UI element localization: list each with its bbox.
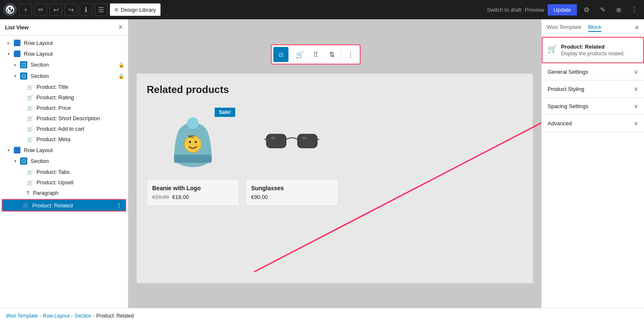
tools-button[interactable]: ✏ xyxy=(34,3,47,16)
tree-item-label: Paragraph xyxy=(33,190,125,196)
top-bar-right: Switch to draft Preview Update ⚙ ✎ ⊕ ⋮ xyxy=(487,3,641,16)
add-block-button[interactable]: ＋ xyxy=(19,3,32,16)
tree-item-label: Product: Short Description xyxy=(36,115,125,121)
advanced-label: Advanced xyxy=(548,120,572,127)
toolbar-divider-2 xyxy=(341,49,341,59)
drag-toolbar-button[interactable]: ⠿ xyxy=(308,47,323,62)
tree-item-label: Product: Tabs xyxy=(36,169,125,175)
svg-point-5 xyxy=(187,117,199,129)
more-toolbar-button[interactable]: ⋮ xyxy=(343,47,358,62)
tree-product-meta[interactable]: 🛒 Product: Meta xyxy=(0,134,128,145)
list-view-title: List View xyxy=(5,24,29,31)
arrows-toolbar-button[interactable]: ⇅ xyxy=(324,47,339,62)
woo-toolbar-button[interactable]: 🛒 xyxy=(292,47,307,62)
breadcrumb-woo[interactable]: Woo Template xyxy=(6,313,38,319)
preview-button[interactable]: Preview xyxy=(525,7,544,13)
product-image-wrap-sunglasses xyxy=(246,104,338,180)
price-old-beanie: €20.00 xyxy=(152,194,169,200)
section-icon: ⊡ xyxy=(20,61,27,68)
canvas: ⊡ 🛒 ⠿ ⇅ ⋮ Related products Sale! xyxy=(128,19,541,308)
woo-icon: 🛒 xyxy=(27,180,33,186)
left-panel: List View × 🟦 Row Layout 🟦 Row Layout ⊡ … xyxy=(0,19,128,308)
tree-item-label: Section xyxy=(31,73,117,79)
switch-draft-button[interactable]: Switch to draft xyxy=(487,7,521,13)
tree-section-1[interactable]: ⊡ Section 🔒 xyxy=(0,59,128,70)
tree-row-layout-3[interactable]: 🟦 Row Layout xyxy=(0,145,128,155)
tree-item-label: Row Layout xyxy=(24,147,125,153)
svg-point-14 xyxy=(271,137,275,140)
left-panel-close-button[interactable]: × xyxy=(118,23,123,31)
tree-product-title[interactable]: 🛒 Product: Title xyxy=(0,82,128,92)
spacing-settings-chevron: ∨ xyxy=(634,103,638,109)
tree-item-label: Product: Title xyxy=(36,84,125,90)
right-panel-header: Woo Template Block × xyxy=(542,19,644,37)
svg-rect-10 xyxy=(267,134,286,148)
tab-block[interactable]: Block xyxy=(588,24,602,32)
more-icon[interactable]: ⋮ xyxy=(116,202,122,209)
tab-woo-template[interactable]: Woo Template xyxy=(547,24,582,32)
tree-product-rating[interactable]: 🛒 Product: Rating xyxy=(0,92,128,103)
tree-item-label: Product: Price xyxy=(36,105,125,111)
general-settings-header[interactable]: General Settings ∨ xyxy=(542,63,644,80)
more-options-button[interactable]: ⋮ xyxy=(628,3,641,16)
spacing-settings-label: Spacing Settings xyxy=(548,103,589,109)
plugins-button[interactable]: ⊕ xyxy=(612,3,625,16)
section-toolbar-button[interactable]: ⊡ xyxy=(273,47,288,62)
left-panel-header: List View × xyxy=(0,19,128,36)
product-image-wrap-beanie: Sale! xyxy=(147,104,239,180)
wp-logo[interactable] xyxy=(3,3,17,16)
section-icon: ⊡ xyxy=(20,158,27,165)
main-layout: List View × 🟦 Row Layout 🟦 Row Layout ⊡ … xyxy=(0,19,644,308)
info-button[interactable]: ℹ xyxy=(80,3,92,16)
editor-button[interactable]: ✎ xyxy=(596,3,609,16)
update-button[interactable]: Update xyxy=(548,4,577,16)
svg-rect-11 xyxy=(298,134,317,148)
design-library-label: Design Library xyxy=(121,7,156,13)
tree-product-short-desc[interactable]: 🛒 Product: Short Description xyxy=(0,113,128,124)
undo-button[interactable]: ↩ xyxy=(49,3,62,16)
breadcrumb-sep-1: › xyxy=(39,313,41,319)
tree-row-layout-1[interactable]: 🟦 Row Layout xyxy=(0,37,128,48)
tree-product-upsell[interactable]: 🛒 Product: Upsell xyxy=(0,177,128,188)
redo-button[interactable]: ↪ xyxy=(65,3,77,16)
product-name-beanie: Beanie with Logo xyxy=(152,185,234,191)
arrow-icon xyxy=(12,159,18,163)
design-library-button[interactable]: ⊞ Design Library xyxy=(110,3,161,16)
right-panel-close-button[interactable]: × xyxy=(634,23,639,32)
panel-tabs: Woo Template Block xyxy=(547,24,601,32)
woo-icon: 🛒 xyxy=(27,105,33,111)
arrow-icon xyxy=(5,41,12,45)
tree-row-layout-2[interactable]: 🟦 Row Layout xyxy=(0,48,128,59)
woo-icon: 🛒 xyxy=(27,137,33,142)
tree-section-2[interactable]: ⊡ Section 🔒 xyxy=(0,70,128,82)
advanced-header[interactable]: Advanced ∨ xyxy=(542,115,644,132)
settings-button[interactable]: ⚙ xyxy=(580,3,593,16)
spacing-settings-header[interactable]: Spacing Settings ∨ xyxy=(542,98,644,114)
block-info-text: Product: Related Display the products re… xyxy=(561,44,625,57)
list-view-button[interactable]: ☰ xyxy=(95,3,107,16)
tree-paragraph[interactable]: ¶ Paragraph xyxy=(0,188,128,198)
breadcrumb-section[interactable]: Section xyxy=(75,313,91,319)
tree: 🟦 Row Layout 🟦 Row Layout ⊡ Section 🔒 ⊡ xyxy=(0,36,128,308)
advanced-section: Advanced ∨ xyxy=(542,115,644,132)
beanie-image: WC xyxy=(170,115,216,169)
product-info-sunglasses: Sunglasses €90.00 xyxy=(246,180,338,205)
product-card-sunglasses[interactable]: Sunglasses €90.00 xyxy=(246,104,338,206)
tree-item-label: Product: Rating xyxy=(36,94,125,101)
tree-item-label: Row Layout xyxy=(24,51,125,57)
general-settings-label: General Settings xyxy=(548,69,588,75)
tree-item-label: Product: Add to cart xyxy=(36,126,125,132)
product-card-beanie[interactable]: Sale! xyxy=(147,104,239,206)
sale-badge: Sale! xyxy=(215,108,235,117)
tree-product-price[interactable]: 🛒 Product: Price xyxy=(0,103,128,113)
block-desc: Display the products related. xyxy=(561,51,625,57)
product-styling-header[interactable]: Product Styling ∨ xyxy=(542,80,644,97)
tree-product-related[interactable]: 🛒 Product: Related ⋮ xyxy=(2,199,126,212)
tree-product-add-to-cart[interactable]: 🛒 Product: Add to cart xyxy=(0,124,128,134)
breadcrumb-row[interactable]: Row Layout xyxy=(43,313,69,319)
tree-section-3[interactable]: ⊡ Section xyxy=(0,155,128,167)
woo-icon: 🛒 xyxy=(27,84,33,90)
product-prices-sunglasses: €90.00 xyxy=(251,194,332,200)
tree-product-tabs[interactable]: 🛒 Product: Tabs xyxy=(0,167,128,177)
woo-icon: 🛒 xyxy=(27,126,33,132)
